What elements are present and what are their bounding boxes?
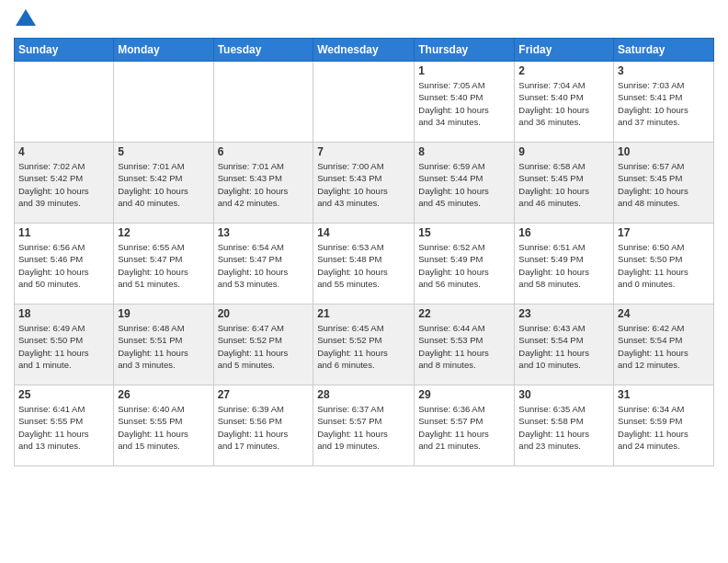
day-number: 2 [518,64,609,77]
weekday-header: Sunday [15,39,114,62]
calendar-cell: 28Sunrise: 6:37 AM Sunset: 5:57 PM Dayli… [313,385,415,466]
day-info: Sunrise: 7:04 AM Sunset: 5:40 PM Dayligh… [518,79,609,128]
day-info: Sunrise: 7:00 AM Sunset: 5:43 PM Dayligh… [317,160,410,209]
day-number: 26 [118,388,209,401]
day-info: Sunrise: 6:52 AM Sunset: 5:49 PM Dayligh… [418,241,510,290]
logo [14,9,36,30]
calendar-cell: 24Sunrise: 6:42 AM Sunset: 5:54 PM Dayli… [614,304,714,385]
day-info: Sunrise: 6:49 AM Sunset: 5:50 PM Dayligh… [18,322,109,371]
day-number: 22 [418,307,510,320]
svg-marker-0 [16,9,36,26]
day-info: Sunrise: 6:58 AM Sunset: 5:45 PM Dayligh… [518,160,609,209]
day-number: 9 [518,145,609,158]
calendar-cell: 14Sunrise: 6:53 AM Sunset: 5:48 PM Dayli… [313,224,415,304]
calendar-cell: 31Sunrise: 6:34 AM Sunset: 5:59 PM Dayli… [614,385,714,466]
day-info: Sunrise: 7:01 AM Sunset: 5:42 PM Dayligh… [118,160,209,209]
day-number: 4 [18,145,109,158]
day-number: 31 [618,388,710,401]
weekday-header: Friday [515,39,614,62]
weekday-header: Monday [114,39,213,62]
calendar-cell: 12Sunrise: 6:55 AM Sunset: 5:47 PM Dayli… [114,224,213,304]
day-number: 6 [218,145,310,158]
calendar-cell: 23Sunrise: 6:43 AM Sunset: 5:54 PM Dayli… [515,304,614,385]
calendar-cell: 17Sunrise: 6:50 AM Sunset: 5:50 PM Dayli… [614,224,714,304]
day-info: Sunrise: 7:03 AM Sunset: 5:41 PM Dayligh… [618,79,710,128]
day-info: Sunrise: 6:48 AM Sunset: 5:51 PM Dayligh… [118,322,209,371]
calendar-week-row: 18Sunrise: 6:49 AM Sunset: 5:50 PM Dayli… [15,304,714,385]
calendar-cell: 7Sunrise: 7:00 AM Sunset: 5:43 PM Daylig… [313,143,415,224]
logo-icon [16,9,36,26]
day-number: 25 [18,388,109,401]
day-number: 10 [618,145,710,158]
day-info: Sunrise: 6:34 AM Sunset: 5:59 PM Dayligh… [618,403,710,452]
day-number: 23 [518,307,609,320]
day-number: 15 [418,226,510,239]
day-info: Sunrise: 6:55 AM Sunset: 5:47 PM Dayligh… [118,241,209,290]
day-number: 11 [18,226,109,239]
day-info: Sunrise: 6:39 AM Sunset: 5:56 PM Dayligh… [218,403,310,452]
day-number: 30 [518,388,609,401]
day-number: 29 [418,388,510,401]
day-info: Sunrise: 6:35 AM Sunset: 5:58 PM Dayligh… [518,403,609,452]
calendar-week-row: 4Sunrise: 7:02 AM Sunset: 5:42 PM Daylig… [15,143,714,224]
day-number: 3 [618,64,710,77]
day-info: Sunrise: 6:41 AM Sunset: 5:55 PM Dayligh… [18,403,109,452]
day-info: Sunrise: 6:45 AM Sunset: 5:52 PM Dayligh… [317,322,410,371]
calendar-cell: 8Sunrise: 6:59 AM Sunset: 5:44 PM Daylig… [415,143,515,224]
calendar-cell: 11Sunrise: 6:56 AM Sunset: 5:46 PM Dayli… [15,224,114,304]
day-number: 14 [317,226,410,239]
calendar-cell: 22Sunrise: 6:44 AM Sunset: 5:53 PM Dayli… [415,304,515,385]
calendar-week-row: 1Sunrise: 7:05 AM Sunset: 5:40 PM Daylig… [15,62,714,143]
day-info: Sunrise: 6:36 AM Sunset: 5:57 PM Dayligh… [418,403,510,452]
weekday-header: Tuesday [213,39,313,62]
day-info: Sunrise: 6:56 AM Sunset: 5:46 PM Dayligh… [18,241,109,290]
calendar-cell: 4Sunrise: 7:02 AM Sunset: 5:42 PM Daylig… [15,143,114,224]
day-info: Sunrise: 6:42 AM Sunset: 5:54 PM Dayligh… [618,322,710,371]
calendar-cell: 30Sunrise: 6:35 AM Sunset: 5:58 PM Dayli… [515,385,614,466]
calendar-cell: 29Sunrise: 6:36 AM Sunset: 5:57 PM Dayli… [415,385,515,466]
day-number: 20 [218,307,310,320]
day-number: 21 [317,307,410,320]
day-number: 12 [118,226,209,239]
day-info: Sunrise: 7:05 AM Sunset: 5:40 PM Dayligh… [418,79,510,128]
calendar-cell: 2Sunrise: 7:04 AM Sunset: 5:40 PM Daylig… [515,62,614,143]
day-number: 16 [518,226,609,239]
page-header [14,9,714,30]
calendar-cell: 1Sunrise: 7:05 AM Sunset: 5:40 PM Daylig… [415,62,515,143]
day-info: Sunrise: 6:51 AM Sunset: 5:49 PM Dayligh… [518,241,609,290]
day-number: 1 [418,64,510,77]
day-info: Sunrise: 6:47 AM Sunset: 5:52 PM Dayligh… [218,322,310,371]
weekday-header: Wednesday [313,39,415,62]
day-info: Sunrise: 7:02 AM Sunset: 5:42 PM Dayligh… [18,160,109,209]
day-info: Sunrise: 6:54 AM Sunset: 5:47 PM Dayligh… [218,241,310,290]
calendar-week-row: 11Sunrise: 6:56 AM Sunset: 5:46 PM Dayli… [15,224,714,304]
calendar-cell [213,62,313,143]
calendar-cell: 13Sunrise: 6:54 AM Sunset: 5:47 PM Dayli… [213,224,313,304]
day-number: 27 [218,388,310,401]
weekday-header-row: SundayMondayTuesdayWednesdayThursdayFrid… [15,39,714,62]
day-number: 17 [618,226,710,239]
day-info: Sunrise: 6:50 AM Sunset: 5:50 PM Dayligh… [618,241,710,290]
calendar-cell: 20Sunrise: 6:47 AM Sunset: 5:52 PM Dayli… [213,304,313,385]
calendar-cell: 16Sunrise: 6:51 AM Sunset: 5:49 PM Dayli… [515,224,614,304]
day-number: 28 [317,388,410,401]
day-number: 24 [618,307,710,320]
calendar-cell: 9Sunrise: 6:58 AM Sunset: 5:45 PM Daylig… [515,143,614,224]
day-number: 19 [118,307,209,320]
calendar-week-row: 25Sunrise: 6:41 AM Sunset: 5:55 PM Dayli… [15,385,714,466]
calendar-cell: 3Sunrise: 7:03 AM Sunset: 5:41 PM Daylig… [614,62,714,143]
calendar-cell [15,62,114,143]
day-number: 7 [317,145,410,158]
calendar-table: SundayMondayTuesdayWednesdayThursdayFrid… [14,38,714,466]
day-info: Sunrise: 6:59 AM Sunset: 5:44 PM Dayligh… [418,160,510,209]
day-number: 8 [418,145,510,158]
day-info: Sunrise: 6:43 AM Sunset: 5:54 PM Dayligh… [518,322,609,371]
calendar-cell: 15Sunrise: 6:52 AM Sunset: 5:49 PM Dayli… [415,224,515,304]
calendar-cell: 21Sunrise: 6:45 AM Sunset: 5:52 PM Dayli… [313,304,415,385]
calendar-cell: 5Sunrise: 7:01 AM Sunset: 5:42 PM Daylig… [114,143,213,224]
calendar-cell: 26Sunrise: 6:40 AM Sunset: 5:55 PM Dayli… [114,385,213,466]
day-number: 18 [18,307,109,320]
day-info: Sunrise: 6:53 AM Sunset: 5:48 PM Dayligh… [317,241,410,290]
weekday-header: Saturday [614,39,714,62]
calendar-cell [313,62,415,143]
